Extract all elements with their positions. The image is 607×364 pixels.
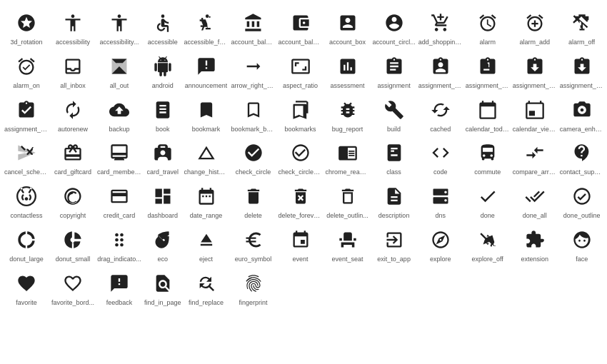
icon-cell-assignment[interactable]: assignment bbox=[371, 49, 417, 93]
icon-cell-assignment_turned_in[interactable]: assignment_tu... bbox=[3, 93, 50, 136]
account_balance_wallet-icon bbox=[291, 10, 311, 36]
accessibility-label: accessibility bbox=[56, 39, 90, 46]
icon-cell-change_history[interactable]: change_histor... bbox=[183, 136, 230, 179]
icon-cell-dns[interactable]: dns bbox=[417, 179, 464, 223]
account_circle-label: account_circl... bbox=[373, 39, 416, 46]
icon-cell-assignment_return[interactable]: assignment_re... bbox=[511, 49, 558, 93]
icon-cell-android[interactable]: android bbox=[143, 49, 183, 93]
icon-cell-copyright[interactable]: copyright bbox=[50, 179, 96, 223]
icon-cell-delete_forever[interactable]: delete_foreve... bbox=[277, 179, 324, 223]
icon-cell-donut_small[interactable]: donut_small bbox=[50, 223, 96, 266]
icon-cell-done_all[interactable]: done_all bbox=[511, 179, 558, 223]
icon-cell-commute[interactable]: commute bbox=[464, 136, 511, 179]
icon-cell-alarm_add[interactable]: alarm_add bbox=[511, 6, 558, 49]
icon-cell-assessment[interactable]: assessment bbox=[324, 49, 371, 93]
icon-cell-contact_support[interactable]: contact_suppo... bbox=[558, 136, 606, 179]
icon-cell-feedback[interactable]: feedback bbox=[96, 266, 143, 310]
assignment_turned_in-label: assignment_tu... bbox=[4, 126, 49, 133]
icon-cell-card_membership[interactable]: card_membersh... bbox=[96, 136, 143, 179]
icon-cell-date_range[interactable]: date_range bbox=[183, 179, 230, 223]
explore-icon bbox=[431, 227, 451, 253]
icon-cell-compare_arrows[interactable]: compare_arrow... bbox=[511, 136, 558, 179]
icon-cell-add_shopping_cart[interactable]: add_shopping... bbox=[417, 6, 464, 49]
icon-cell-account_circle[interactable]: account_circl... bbox=[371, 6, 417, 49]
icon-cell-bug_report[interactable]: bug_report bbox=[324, 93, 371, 136]
icon-cell-check_circle_outline[interactable]: check_circle_... bbox=[277, 136, 324, 179]
icon-cell-accessibility_new[interactable]: accessibility... bbox=[96, 6, 143, 49]
icon-cell-exit_to_app[interactable]: exit_to_app bbox=[371, 223, 417, 266]
icon-cell-favorite[interactable]: favorite bbox=[3, 266, 50, 310]
icon-cell-contactless[interactable]: contactless bbox=[3, 179, 50, 223]
icon-cell-delete[interactable]: delete bbox=[230, 179, 277, 223]
icon-cell-code[interactable]: code bbox=[417, 136, 464, 179]
favorite_border-icon bbox=[63, 271, 83, 296]
card_giftcard-label: card_giftcard bbox=[54, 168, 91, 176]
icon-cell-credit_card[interactable]: credit_card bbox=[96, 179, 143, 223]
build-label: build bbox=[387, 126, 401, 133]
assignment-label: assignment bbox=[378, 82, 411, 90]
icon-cell-eject[interactable]: eject bbox=[183, 223, 230, 266]
icon-cell-bookmarks[interactable]: bookmarks bbox=[277, 93, 324, 136]
icon-cell-account_balance_wallet[interactable]: account_balan... bbox=[277, 6, 324, 49]
icon-cell-drag_indicator[interactable]: drag_indicato... bbox=[96, 223, 143, 266]
icon-cell-aspect_ratio[interactable]: aspect_ratio bbox=[277, 49, 324, 93]
icon-cell-3d_rotation[interactable]: 3d_rotation bbox=[3, 6, 50, 49]
icon-cell-event[interactable]: event bbox=[277, 223, 324, 266]
icon-cell-delete_outline[interactable]: delete_outlin... bbox=[324, 179, 371, 223]
accessible-label: accessible bbox=[148, 39, 178, 46]
icon-cell-calendar_view_day[interactable]: calendar_view... bbox=[511, 93, 558, 136]
icon-cell-arrow_right_alt[interactable]: arrow_right_a... bbox=[230, 49, 277, 93]
icon-cell-find_in_page[interactable]: find_in_page bbox=[143, 266, 183, 310]
icon-cell-eco[interactable]: eco bbox=[143, 223, 183, 266]
icon-cell-face[interactable]: face bbox=[558, 223, 606, 266]
event_seat-label: event_seat bbox=[332, 256, 363, 263]
icon-cell-all_out[interactable]: all_out bbox=[96, 49, 143, 93]
icon-cell-explore_off[interactable]: explore_off bbox=[464, 223, 511, 266]
icon-cell-book[interactable]: book bbox=[143, 93, 183, 136]
icon-cell-event_seat[interactable]: event_seat bbox=[324, 223, 371, 266]
icon-cell-alarm_off[interactable]: alarm_off bbox=[558, 6, 606, 49]
icon-cell-card_giftcard[interactable]: card_giftcard bbox=[50, 136, 96, 179]
icon-cell-class[interactable]: class bbox=[371, 136, 417, 179]
icon-cell-extension[interactable]: extension bbox=[511, 223, 558, 266]
euro_symbol-label: euro_symbol bbox=[235, 256, 272, 263]
icon-cell-done[interactable]: done bbox=[464, 179, 511, 223]
icon-cell-build[interactable]: build bbox=[371, 93, 417, 136]
icon-cell-accessibility[interactable]: accessibility bbox=[50, 6, 96, 49]
card_membership-icon bbox=[109, 140, 129, 166]
icon-cell-autorenew[interactable]: autorenew bbox=[50, 93, 96, 136]
icon-cell-account_balance[interactable]: account_balan... bbox=[230, 6, 277, 49]
icon-cell-assignment_late[interactable]: assignment_la... bbox=[464, 49, 511, 93]
icon-cell-backup[interactable]: backup bbox=[96, 93, 143, 136]
icon-cell-done_outline[interactable]: done_outline bbox=[558, 179, 606, 223]
icon-cell-cached[interactable]: cached bbox=[417, 93, 464, 136]
icon-cell-explore[interactable]: explore bbox=[417, 223, 464, 266]
icon-cell-accessible_forward[interactable]: accessible_fo... bbox=[183, 6, 230, 49]
icon-cell-donut_large[interactable]: donut_large bbox=[3, 223, 50, 266]
icon-cell-check_circle[interactable]: check_circle bbox=[230, 136, 277, 179]
icon-cell-dashboard[interactable]: dashboard bbox=[143, 179, 183, 223]
icon-cell-account_box[interactable]: account_box bbox=[324, 6, 371, 49]
icon-cell-camera_enhance[interactable]: camera_enhanc... bbox=[558, 93, 606, 136]
icon-cell-find_replace[interactable]: find_replace bbox=[183, 266, 230, 310]
assignment_late-label: assignment_la... bbox=[466, 82, 510, 90]
icon-cell-favorite_border[interactable]: favorite_bord... bbox=[50, 266, 96, 310]
icon-cell-all_inbox[interactable]: all_inbox bbox=[50, 49, 96, 93]
icon-cell-euro_symbol[interactable]: euro_symbol bbox=[230, 223, 277, 266]
icon-cell-bookmark_border[interactable]: bookmark_bord... bbox=[230, 93, 277, 136]
icon-cell-bookmark[interactable]: bookmark bbox=[183, 93, 230, 136]
icon-cell-fingerprint[interactable]: fingerprint bbox=[230, 266, 277, 310]
accessibility_new-icon bbox=[109, 10, 129, 36]
icon-cell-accessible[interactable]: accessible bbox=[143, 6, 183, 49]
icon-cell-announcement[interactable]: announcement bbox=[183, 49, 230, 93]
icon-cell-assignment_ind[interactable]: assignment_in... bbox=[417, 49, 464, 93]
icon-cell-alarm_on[interactable]: alarm_on bbox=[3, 49, 50, 93]
icon-cell-assignment_returned[interactable]: assignment_re... bbox=[558, 49, 606, 93]
icon-cell-alarm[interactable]: alarm bbox=[464, 6, 511, 49]
icon-cell-chrome_reader_mode[interactable]: chrome_reader... bbox=[324, 136, 371, 179]
icon-cell-description[interactable]: description bbox=[371, 179, 417, 223]
icon-cell-card_travel[interactable]: card_travel bbox=[143, 136, 183, 179]
icon-cell-cancel_schedule_send[interactable]: cancel_schedu... bbox=[3, 136, 50, 179]
credit_card-label: credit_card bbox=[104, 212, 136, 220]
icon-cell-calendar_today[interactable]: calendar_toda... bbox=[464, 93, 511, 136]
